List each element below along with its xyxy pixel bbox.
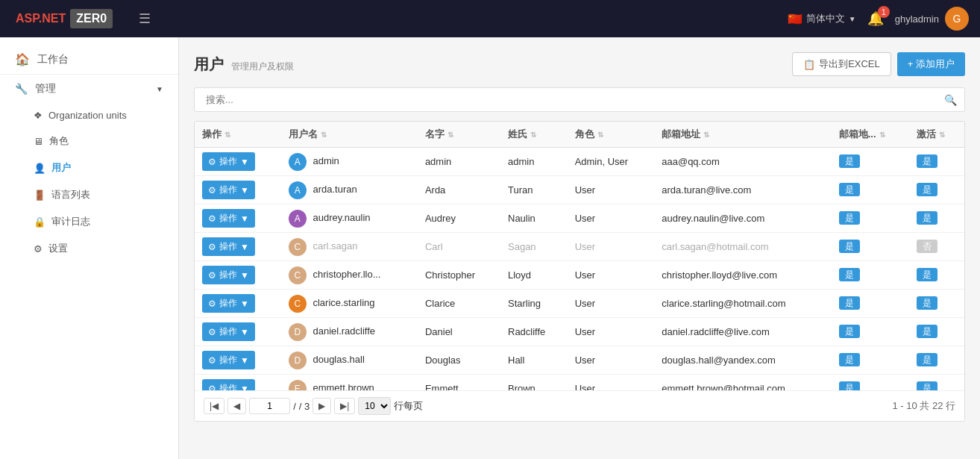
search-bar: 🔍 (194, 87, 965, 112)
col-email-verified: 邮箱地...⇅ (832, 122, 909, 148)
verified-cell: 是 (832, 148, 909, 176)
email-cell: clarice.starling@hotmail.com (654, 290, 831, 318)
search-icon[interactable]: 🔍 (944, 94, 957, 106)
col-actions: 操作⇅ (195, 122, 281, 148)
sidebar-item-users[interactable]: 👤 用户 (0, 154, 178, 181)
action-button[interactable]: ⚙ 操作 ▼ (202, 322, 255, 341)
menu-toggle-icon[interactable]: ☰ (139, 10, 151, 27)
sidebar-item-languages[interactable]: 🚪 语言列表 (0, 181, 178, 208)
action-cell: ⚙ 操作 ▼ (195, 233, 281, 261)
sort-icon-actions: ⇅ (224, 131, 230, 139)
sidebar-management-header[interactable]: 🔧 管理 ▼ (0, 75, 178, 103)
active-cell: 是 (909, 290, 964, 318)
sort-icon-firstname: ⇅ (447, 131, 453, 139)
org-icon: ❖ (34, 110, 43, 121)
verified-badge: 是 (839, 183, 860, 196)
active-badge: 是 (917, 353, 937, 366)
action-cell: ⚙ 操作 ▼ (195, 148, 281, 176)
main-layout: 🏠 工作台 🔧 管理 ▼ ❖ Organization units 🖥 角色 👤 (0, 37, 980, 459)
table-row: ⚙ 操作 ▼ D daniel.radcliffe Daniel Radclif… (195, 318, 964, 346)
firstname-cell: Christopher (418, 261, 500, 290)
caret-icon: ▼ (240, 384, 249, 391)
email-cell: douglas.hall@yandex.com (654, 346, 831, 375)
verified-badge: 是 (839, 325, 860, 338)
caret-icon: ▼ (240, 157, 249, 167)
active-badge: 是 (917, 381, 937, 390)
main-content: 用户 管理用户及权限 📋 导出到EXCEL + 添加用户 🔍 (179, 37, 980, 459)
next-page-button[interactable]: ▶ (312, 398, 331, 414)
username-cell: E emmett.brown (281, 375, 418, 391)
firstname-cell: admin (418, 148, 500, 176)
email-cell: aaa@qq.com (654, 148, 831, 176)
verified-badge: 是 (839, 211, 860, 225)
role-cell: User (568, 204, 655, 233)
action-button[interactable]: ⚙ 操作 ▼ (202, 351, 255, 369)
per-page-select[interactable]: 10 25 50 (358, 397, 391, 415)
lastname-cell: Sagan (500, 233, 568, 261)
action-button[interactable]: ⚙ 操作 ▼ (202, 237, 255, 256)
add-user-button[interactable]: + 添加用户 (897, 52, 965, 76)
header-right: 🇨🇳 简体中文 ▼ 🔔 1 ghyladmin G (788, 7, 969, 31)
caret-icon: ▼ (240, 355, 249, 366)
action-button[interactable]: ⚙ 操作 ▼ (202, 209, 255, 228)
logo[interactable]: ASP.NET ZER0 (11, 9, 113, 28)
active-cell: 是 (909, 318, 964, 346)
search-input[interactable] (202, 88, 944, 111)
action-button[interactable]: ⚙ 操作 ▼ (202, 152, 255, 171)
sidebar-item-audit[interactable]: 🔒 审计日志 (0, 208, 178, 235)
verified-badge: 是 (839, 154, 860, 168)
sidebar-item-roles[interactable]: 🖥 角色 (0, 128, 178, 154)
sidebar-users-label: 用户 (51, 161, 71, 175)
action-button[interactable]: ⚙ 操作 ▼ (202, 379, 255, 390)
role-cell: User (568, 375, 655, 391)
gear-icon: ⚙ (208, 270, 216, 281)
action-button[interactable]: ⚙ 操作 ▼ (202, 294, 255, 313)
export-excel-button[interactable]: 📋 导出到EXCEL (792, 52, 891, 76)
username-cell: A audrey.naulin (281, 204, 418, 233)
last-page-button[interactable]: ▶| (334, 398, 355, 414)
table-scroll-area: 操作⇅ 用户名⇅ 名字⇅ 姓氏⇅ 角色⇅ 邮箱地址⇅ 邮箱地...⇅ 激活⇅ (195, 122, 964, 390)
gear-icon: ⚙ (208, 384, 216, 391)
active-badge: 否 (917, 240, 937, 253)
active-badge: 是 (917, 296, 937, 310)
excel-icon: 📋 (803, 59, 815, 70)
username-cell: A admin (281, 148, 418, 176)
lastname-cell: admin (500, 148, 568, 176)
gear-icon: ⚙ (208, 242, 216, 252)
action-button[interactable]: ⚙ 操作 ▼ (202, 266, 255, 284)
sidebar-item-dashboard[interactable]: 🏠 工作台 (0, 45, 178, 74)
verified-badge: 是 (839, 268, 860, 281)
gear-icon: ⚙ (208, 327, 216, 337)
prev-page-button[interactable]: ◀ (227, 398, 246, 414)
username-cell: D douglas.hall (281, 346, 418, 375)
logo-zero: ZER0 (70, 9, 113, 28)
first-page-button[interactable]: |◀ (204, 398, 224, 414)
language-selector[interactable]: 🇨🇳 简体中文 ▼ (788, 12, 856, 26)
sort-icon-role: ⇅ (597, 131, 603, 139)
username-cell: C christopher.llo... (281, 261, 418, 290)
sidebar-orgunits-label: Organization units (48, 110, 127, 121)
action-cell: ⚙ 操作 ▼ (195, 261, 281, 290)
gear-icon: ⚙ (208, 185, 216, 196)
firstname-cell: Douglas (418, 346, 500, 375)
page-header: 用户 管理用户及权限 📋 导出到EXCEL + 添加用户 (194, 52, 965, 76)
caret-icon: ▼ (240, 185, 249, 196)
users-icon: 👤 (34, 163, 45, 174)
active-badge: 是 (917, 211, 937, 225)
action-cell: ⚙ 操作 ▼ (195, 318, 281, 346)
verified-badge: 是 (839, 353, 860, 366)
page-input[interactable] (249, 398, 290, 414)
sidebar-item-settings[interactable]: ⚙ 设置 (0, 235, 178, 262)
col-firstname: 名字⇅ (418, 122, 500, 148)
user-menu[interactable]: ghyladmin G (895, 7, 969, 31)
per-page-label: 行每页 (394, 399, 423, 413)
firstname-cell: Carl (418, 233, 500, 261)
sidebar-item-org-units[interactable]: ❖ Organization units (0, 103, 178, 128)
verified-badge: 是 (839, 381, 860, 390)
caret-icon: ▼ (240, 213, 249, 224)
sort-icon-active: ⇅ (939, 131, 945, 139)
sort-icon-verified: ⇅ (879, 131, 885, 139)
notification-button[interactable]: 🔔 1 (867, 10, 884, 27)
lastname-cell: Brown (500, 375, 568, 391)
action-button[interactable]: ⚙ 操作 ▼ (202, 181, 255, 199)
